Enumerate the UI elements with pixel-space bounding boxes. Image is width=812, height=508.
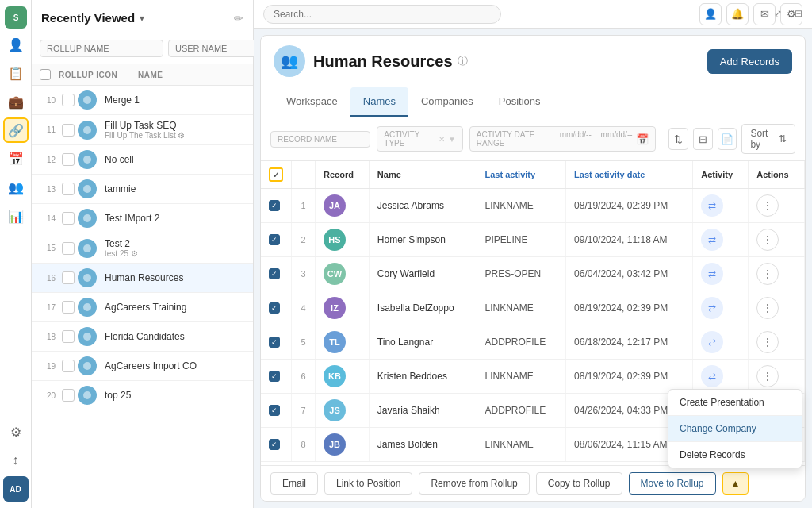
- actions-menu[interactable]: ⋮: [756, 263, 779, 285]
- row-checkbox[interactable]: [62, 183, 75, 195]
- actions-menu[interactable]: ⋮: [756, 297, 779, 319]
- list-item[interactable]: 13 tammie: [32, 175, 253, 204]
- nav-icon-rollup[interactable]: 🔗: [3, 117, 29, 143]
- list-item[interactable]: 12 No cell: [32, 145, 253, 175]
- avatar: CW: [324, 263, 346, 285]
- activity-type-label: ACTIVITY TYPE: [384, 130, 435, 148]
- nav-icon-briefcase[interactable]: 💼: [3, 89, 29, 114]
- header-select-all[interactable]: ✓: [269, 167, 283, 182]
- rollup-icon: [78, 179, 97, 198]
- row-checkbox[interactable]: [269, 302, 280, 314]
- move-to-rollup-button[interactable]: Move to Rollup: [629, 472, 716, 495]
- activity-icon[interactable]: ⇄: [701, 365, 723, 387]
- avatar: IZ: [324, 297, 346, 319]
- row-checkbox[interactable]: [269, 268, 280, 279]
- avatar: JB: [324, 433, 346, 456]
- tab-workspace[interactable]: Workspace: [274, 87, 350, 117]
- email-button[interactable]: Email: [270, 472, 318, 495]
- nav-icon-profile[interactable]: AD: [3, 476, 29, 502]
- chevron-up-button[interactable]: ▲: [722, 472, 749, 495]
- user-icon[interactable]: 👤: [699, 3, 722, 25]
- sort-button[interactable]: Sort by ⇅: [741, 124, 795, 154]
- date-range-filter[interactable]: ACTIVITY DATE RANGE mm/dd/---- - mm/dd/-…: [469, 126, 656, 152]
- nav-icon-group[interactable]: 👥: [3, 175, 29, 200]
- nav-icon-settings[interactable]: ⚙: [3, 419, 29, 444]
- table-row: 3 CW Cory Warfield PRES-OPEN 06/04/2024,…: [261, 257, 805, 291]
- row-checkbox[interactable]: [62, 271, 75, 284]
- collapse-icon[interactable]: ⊟: [693, 128, 713, 150]
- list-item[interactable]: 16 Human Resources: [32, 264, 253, 293]
- table-row: 5 TL Tino Langnar ADDPROFILE 06/18/2024,…: [261, 325, 805, 360]
- filter-rows-icon[interactable]: ⇅: [668, 128, 688, 150]
- copy-to-rollup-button[interactable]: Copy to Rollup: [536, 472, 622, 495]
- sidebar-edit-icon[interactable]: ✏: [234, 12, 243, 25]
- row-checkbox[interactable]: [62, 242, 75, 255]
- sidebar-chevron-icon[interactable]: ▾: [140, 13, 144, 24]
- row-checkbox[interactable]: [269, 439, 280, 450]
- nav-icon-switch[interactable]: ↕: [3, 448, 29, 473]
- row-checkbox[interactable]: [62, 360, 75, 372]
- row-checkbox[interactable]: [269, 371, 280, 382]
- filter-clear-icon[interactable]: ✕: [439, 135, 445, 144]
- context-change-company[interactable]: Change Company: [668, 416, 802, 442]
- tab-companies[interactable]: Companies: [408, 87, 486, 117]
- activity-icon[interactable]: ⇄: [701, 331, 723, 353]
- avatar: KB: [324, 365, 346, 387]
- export-icon[interactable]: 📄: [718, 128, 737, 150]
- context-delete-records[interactable]: Delete Records: [668, 442, 802, 468]
- search-input[interactable]: [263, 5, 501, 24]
- list-item[interactable]: 19 AgCareers Import CO: [32, 352, 253, 381]
- tab-names[interactable]: Names: [350, 87, 408, 117]
- rollup-name-filter[interactable]: [40, 40, 163, 57]
- row-checkbox[interactable]: [62, 94, 75, 106]
- workspace-panel: 👥 Human Resources ⓘ ⤢ ⊟ Add Records Work…: [260, 35, 806, 502]
- row-checkbox[interactable]: [269, 337, 280, 348]
- actions-menu[interactable]: ⋮: [756, 365, 779, 387]
- row-checkbox[interactable]: [269, 200, 280, 211]
- context-create-presentation[interactable]: Create Presentation: [668, 390, 802, 416]
- actions-menu[interactable]: ⋮: [756, 194, 779, 217]
- row-checkbox[interactable]: [62, 330, 75, 343]
- nav-icon-list[interactable]: 📋: [3, 60, 29, 86]
- row-checkbox[interactable]: [269, 405, 280, 416]
- row-checkbox[interactable]: [269, 234, 280, 245]
- actions-menu[interactable]: ⋮: [756, 331, 779, 353]
- calendar-icon[interactable]: 📅: [636, 133, 649, 145]
- nav-logo[interactable]: S: [5, 6, 27, 29]
- nav-icon-user[interactable]: 👤: [3, 32, 29, 57]
- sidebar-title: Recently Viewed: [41, 11, 135, 25]
- activity-icon[interactable]: ⇄: [701, 263, 723, 285]
- activity-type-filter[interactable]: ACTIVITY TYPE ✕ ▼: [377, 126, 463, 152]
- activity-icon[interactable]: ⇄: [701, 229, 723, 251]
- row-checkbox[interactable]: [62, 389, 75, 402]
- row-checkbox[interactable]: [62, 153, 75, 166]
- list-item[interactable]: 20 top 25: [32, 381, 253, 410]
- list-item[interactable]: 17 AgCareers Training: [32, 293, 253, 322]
- svg-text:S: S: [13, 13, 18, 22]
- record-name-filter[interactable]: RECORD NAME: [270, 131, 370, 148]
- nav-icon-chart[interactable]: 📊: [3, 203, 29, 229]
- svg-point-11: [83, 362, 91, 370]
- list-item[interactable]: 15 Test 2 test 25 ⚙: [32, 233, 253, 264]
- row-checkbox[interactable]: [62, 301, 75, 314]
- activity-icon[interactable]: ⇄: [701, 297, 723, 319]
- list-item[interactable]: 10 Merge 1: [32, 86, 253, 115]
- col-last-activity-date[interactable]: Last activity date: [566, 161, 693, 189]
- sidebar-select-all[interactable]: [40, 69, 51, 80]
- nav-icon-calendar[interactable]: 📅: [3, 146, 29, 171]
- col-last-activity[interactable]: Last activity: [477, 161, 566, 189]
- list-item[interactable]: 14 Test IMport 2: [32, 204, 253, 233]
- list-item[interactable]: 11 Fill Up Task SEQ Fill Up The Task Lis…: [32, 115, 253, 145]
- bell-icon[interactable]: 🔔: [726, 3, 749, 25]
- add-records-button[interactable]: Add Records: [707, 49, 792, 74]
- activity-icon[interactable]: ⇄: [701, 194, 723, 217]
- list-item[interactable]: 18 Florida Candidates: [32, 322, 253, 352]
- tab-positions[interactable]: Positions: [486, 87, 553, 117]
- link-to-position-button[interactable]: Link to Position: [324, 472, 412, 495]
- main-content: 👤 🔔 ✉ ⚙ 👥 Human Resources ⓘ ⤢ ⊟ Add Reco…: [254, 0, 812, 508]
- row-checkbox[interactable]: [62, 212, 75, 225]
- row-checkbox[interactable]: [62, 124, 75, 137]
- actions-menu[interactable]: ⋮: [756, 229, 779, 251]
- filter-arrows-icon[interactable]: ▼: [448, 135, 456, 144]
- remove-from-rollup-button[interactable]: Remove from Rollup: [419, 472, 529, 495]
